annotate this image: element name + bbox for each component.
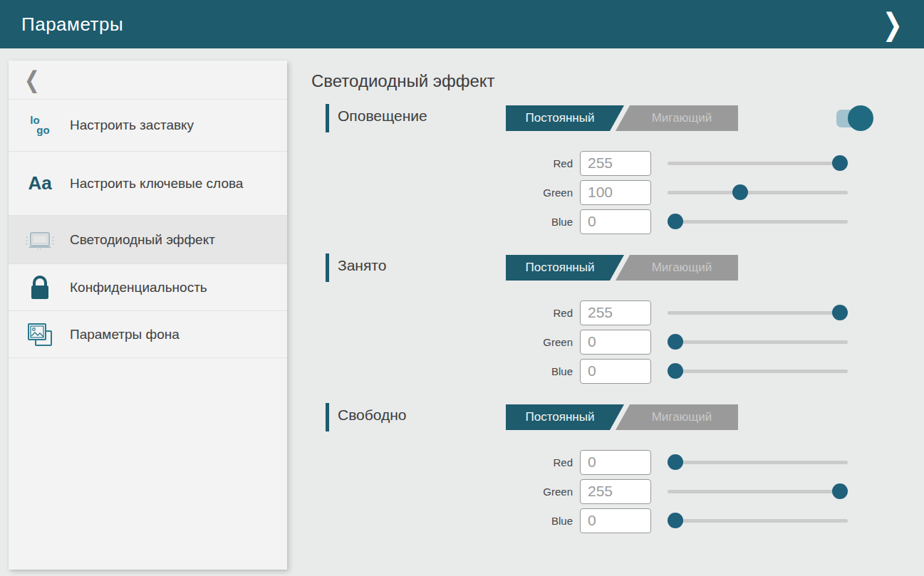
section-accent-bar	[326, 403, 329, 431]
mode-solid-button[interactable]: Постоянный	[506, 255, 624, 281]
blue-label: Blue	[516, 365, 573, 377]
red-label: Red	[516, 307, 573, 319]
red-input[interactable]	[580, 151, 651, 176]
green-input[interactable]	[580, 180, 651, 205]
led-display-icon	[24, 227, 56, 253]
red-slider[interactable]	[668, 304, 848, 321]
blue-slider[interactable]	[668, 362, 848, 379]
section-name: Оповещение	[338, 108, 427, 125]
mode-solid-button[interactable]: Постоянный	[506, 404, 624, 430]
green-row: Green	[516, 328, 924, 356]
blue-slider[interactable]	[668, 512, 848, 529]
sidebar-item-label: Настроить ключевые слова	[70, 174, 243, 193]
red-slider-thumb[interactable]	[832, 305, 848, 320]
images-icon	[26, 321, 54, 348]
green-row: Green	[516, 178, 924, 206]
led-section: Занято Постоянный Мигающий Red Green	[311, 252, 924, 385]
sidebar-item-logo[interactable]: logo Настроить заставку	[9, 100, 287, 152]
blue-slider-thumb[interactable]	[668, 513, 683, 528]
green-label: Green	[516, 336, 573, 348]
sidebar-item-text-aa[interactable]: Aa Настроить ключевые слова	[9, 152, 287, 216]
red-slider[interactable]	[668, 155, 848, 172]
red-input[interactable]	[580, 300, 651, 325]
lock-icon	[27, 275, 53, 300]
sidebar-item-label: Параметры фона	[70, 325, 180, 344]
section-accent-bar	[326, 253, 329, 282]
green-input[interactable]	[580, 479, 651, 504]
mode-blink-button[interactable]: Мигающий	[616, 105, 738, 131]
blue-slider-thumb[interactable]	[668, 214, 683, 229]
red-label: Red	[516, 456, 573, 468]
enable-toggle[interactable]	[836, 105, 873, 132]
green-input[interactable]	[580, 330, 651, 355]
red-slider-thumb[interactable]	[832, 155, 848, 171]
blue-row: Blue	[516, 207, 924, 236]
mode-segmented-control: Постоянный Мигающий	[506, 404, 738, 430]
page-title: Параметры	[21, 14, 123, 36]
blue-input[interactable]	[580, 359, 651, 384]
sidebar-item-lock[interactable]: Конфиденциальность	[9, 264, 287, 311]
green-slider[interactable]	[668, 333, 848, 350]
toggle-thumb	[848, 105, 873, 131]
blue-row: Blue	[516, 506, 924, 535]
blue-label: Blue	[516, 515, 573, 527]
mode-segmented-control: Постоянный Мигающий	[506, 255, 738, 281]
blue-row: Blue	[516, 357, 924, 385]
green-slider-thumb[interactable]	[832, 483, 848, 499]
expand-panel-icon[interactable]: ❯	[877, 6, 909, 43]
sidebar-collapse-button[interactable]: ❮	[9, 61, 287, 100]
app-header: Параметры ❯	[0, 0, 924, 48]
sidebar-item-label: Светодиодный эффект	[70, 231, 215, 249]
section-name: Свободно	[338, 407, 407, 424]
main-content: Светодиодный эффект Оповещение Постоянны…	[311, 61, 924, 551]
green-slider-thumb[interactable]	[668, 334, 683, 350]
content-title: Светодиодный эффект	[311, 71, 924, 91]
chevron-left-icon: ❮	[24, 66, 40, 94]
blue-slider[interactable]	[668, 213, 848, 230]
section-name: Занято	[338, 257, 386, 274]
blue-input[interactable]	[580, 209, 651, 234]
led-section: Свободно Постоянный Мигающий Red Green	[311, 402, 924, 535]
red-label: Red	[516, 157, 573, 169]
red-slider-thumb[interactable]	[668, 454, 683, 470]
blue-slider-thumb[interactable]	[668, 363, 683, 379]
red-row: Red	[516, 298, 924, 327]
red-slider[interactable]	[668, 454, 848, 471]
blue-input[interactable]	[580, 508, 651, 533]
red-row: Red	[516, 149, 924, 177]
section-accent-bar	[326, 104, 329, 132]
red-row: Red	[516, 448, 924, 476]
green-slider[interactable]	[668, 184, 848, 201]
green-row: Green	[516, 477, 924, 506]
sidebar: ❮ logo Настроить заставку Aa Настроить к…	[9, 61, 287, 570]
green-label: Green	[516, 486, 573, 498]
sidebar-item-images[interactable]: Параметры фона	[9, 311, 287, 358]
blue-label: Blue	[516, 216, 573, 228]
logo-icon: logo	[30, 115, 49, 136]
text-aa-icon: Aa	[28, 172, 51, 194]
mode-blink-button[interactable]: Мигающий	[616, 404, 738, 430]
mode-solid-button[interactable]: Постоянный	[506, 105, 624, 131]
sidebar-item-led-display[interactable]: Светодиодный эффект	[9, 216, 287, 264]
sidebar-item-label: Конфиденциальность	[70, 278, 207, 297]
mode-segmented-control: Постоянный Мигающий	[506, 105, 738, 131]
green-label: Green	[516, 187, 573, 199]
led-section: Оповещение Постоянный Мигающий Red Green	[311, 103, 924, 236]
green-slider[interactable]	[668, 483, 848, 500]
red-input[interactable]	[580, 450, 651, 475]
sidebar-item-label: Настроить заставку	[70, 116, 194, 135]
mode-blink-button[interactable]: Мигающий	[616, 255, 738, 281]
green-slider-thumb[interactable]	[732, 184, 748, 200]
